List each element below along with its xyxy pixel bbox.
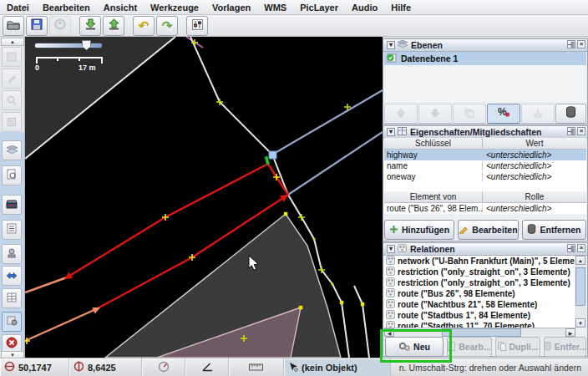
- tag-row[interactable]: oneway <unterschiedlich>: [384, 171, 586, 182]
- panel-menu-button[interactable]: ▾: [387, 128, 395, 136]
- toggle-selection-list-button[interactable]: [2, 220, 22, 240]
- menu-hilfe[interactable]: Hilfe: [384, 2, 418, 13]
- layer-opacity-button[interactable]: %: [487, 104, 520, 124]
- layer-row[interactable]: Datenebene 1: [384, 52, 586, 65]
- relation-icon: [386, 277, 395, 288]
- menu-werkzeuge[interactable]: Werkzeuge: [144, 2, 205, 13]
- upload-data-button[interactable]: [103, 16, 124, 36]
- map-canvas[interactable]: 0 17 m: [25, 37, 383, 358]
- relation-icon: [386, 288, 395, 299]
- relations-vertical-scrollbar[interactable]: ▲ ▼: [575, 256, 586, 328]
- relations-panel-title: Relationen: [410, 244, 455, 254]
- drawer-icon: [6, 197, 18, 212]
- relations-list: network ("U-Bahn Frankfurt (Main)", 5 El…: [384, 256, 576, 328]
- undo-button[interactable]: ↶: [133, 16, 155, 36]
- arrow-down-icon: [430, 106, 440, 121]
- new-relation-button[interactable]: Neu: [385, 337, 444, 357]
- layers-panel: ▾ Ebenen × Datenebene 1 %: [383, 38, 588, 124]
- toggle-properties-dialog-button[interactable]: [2, 288, 22, 308]
- layer-down-button: [418, 104, 452, 124]
- horizontal-scroll-thumb[interactable]: [442, 328, 521, 337]
- relation-list-item[interactable]: route ("Stadtbus 11", 70 Elemente): [384, 321, 575, 328]
- layer-delete-button[interactable]: [555, 104, 586, 124]
- toolbar-collapse-handle[interactable]: ▲: [1, 38, 24, 46]
- stamp-icon: [7, 246, 17, 262]
- add-tag-button[interactable]: Hinzufügen: [384, 220, 454, 240]
- scroll-up-arrow[interactable]: ▲: [575, 256, 585, 265]
- preferences-button[interactable]: [186, 16, 208, 36]
- copy-icon: [498, 342, 506, 353]
- tag-row[interactable]: name <unterschiedlich>: [384, 160, 586, 171]
- relation-list-item[interactable]: restriction ("only_straight_on", 3 Eleme…: [384, 277, 575, 288]
- open-file-button[interactable]: [3, 16, 24, 36]
- undo-arrow-icon: ↶: [139, 19, 150, 32]
- relation-list-item[interactable]: route ("Bus 26", 98 Elemente): [384, 288, 575, 299]
- tags-value-header[interactable]: Wert: [483, 138, 586, 149]
- duplicate-icon: [464, 106, 474, 121]
- menu-vorlagen[interactable]: Vorlagen: [205, 2, 257, 13]
- menu-datei[interactable]: Datei: [0, 2, 36, 13]
- panel-menu-button[interactable]: ▾: [387, 41, 395, 49]
- download-data-button[interactable]: [79, 16, 101, 36]
- relation-list-item[interactable]: network ("U-Bahn Frankfurt (Main)", 5 El…: [384, 256, 575, 267]
- arrow-up-icon: [396, 106, 406, 121]
- scroll-right-arrow[interactable]: ▶: [565, 328, 575, 337]
- pin-icon[interactable]: [567, 127, 575, 135]
- toggle-relations-dialog-button[interactable]: [2, 312, 22, 332]
- document-search-icon: [7, 168, 17, 183]
- toggle-search-dialog-button[interactable]: [2, 165, 22, 185]
- layer-check-icon[interactable]: [387, 53, 398, 64]
- save-button[interactable]: [26, 16, 48, 36]
- trash-icon: [544, 342, 551, 353]
- pin-icon[interactable]: [567, 40, 575, 48]
- upload-osm-button: [49, 16, 71, 36]
- layers-icon: [7, 143, 18, 158]
- relation-icon: [386, 299, 395, 310]
- menu-piclayer[interactable]: PicLayer: [293, 2, 345, 13]
- trash-icon: [527, 224, 536, 236]
- close-icon[interactable]: ×: [577, 40, 585, 48]
- relation-list-item[interactable]: route ("Nachtbus 21", 58 Elemente): [384, 299, 575, 310]
- opacity-percent-icon: %: [497, 106, 510, 121]
- membership-row[interactable]: route ("Bus 26", 98 Elem... <unterschied…: [384, 203, 586, 214]
- toggle-validator-button[interactable]: [2, 244, 22, 264]
- menu-bearbeiten[interactable]: Bearbeiten: [36, 2, 97, 13]
- tag-row[interactable]: highway <unterschiedlich>: [384, 150, 586, 160]
- menu-ansicht[interactable]: Ansicht: [97, 2, 144, 13]
- redo-arrow-icon: ↷: [162, 19, 173, 32]
- toggle-conflicts-button[interactable]: [2, 266, 22, 286]
- layer-name: Datenebene 1: [401, 53, 458, 64]
- longitude-display: 8,6425: [69, 358, 142, 376]
- relation-list-item[interactable]: restriction ("only_straight_on", 3 Eleme…: [384, 267, 575, 277]
- download-arrow-icon: [84, 18, 97, 33]
- edit-tag-button[interactable]: Bearbeiten: [458, 220, 519, 240]
- membership-table: Element von Rolle route ("Bus 26", 98 El…: [384, 191, 586, 214]
- pin-icon[interactable]: [567, 244, 575, 252]
- scroll-left-arrow[interactable]: ◀: [384, 328, 394, 337]
- toggle-layers-dialog-button[interactable]: [2, 140, 22, 160]
- redo-button[interactable]: ↷: [156, 16, 178, 36]
- heading-display: [142, 358, 185, 376]
- floppy-icon: [31, 18, 43, 33]
- properties-panel: ▾ Eigenschaften/Mitgliedschaften × Schlü…: [383, 125, 588, 241]
- tags-key-header[interactable]: Schlüssel: [384, 138, 483, 149]
- pencil-icon: [459, 224, 469, 236]
- menu-audio[interactable]: Audio: [345, 2, 384, 13]
- delete-tag-button[interactable]: Entfernen: [522, 220, 586, 240]
- menu-wms[interactable]: WMS: [257, 2, 293, 13]
- selected-node[interactable]: [269, 151, 276, 159]
- distance-display: [229, 358, 284, 376]
- layers-panel-titlebar: ▾ Ebenen ×: [383, 39, 587, 52]
- close-icon[interactable]: ×: [577, 244, 585, 252]
- panel-menu-button[interactable]: ▾: [387, 245, 395, 253]
- close-icon[interactable]: ×: [577, 127, 585, 135]
- membership-role-header[interactable]: Rolle: [483, 191, 586, 202]
- scroll-down-arrow[interactable]: ▼: [575, 318, 585, 328]
- longitude-icon: [74, 361, 84, 373]
- right-dock: ▾ Ebenen × Datenebene 1 %: [383, 37, 588, 358]
- vertical-scroll-thumb[interactable]: [575, 267, 585, 306]
- membership-element-header[interactable]: Element von: [384, 191, 483, 202]
- zoom-slider[interactable]: [35, 43, 102, 48]
- relation-list-item[interactable]: route ("Stadtbus 1", 84 Elemente): [384, 310, 575, 321]
- toggle-command-stack-button[interactable]: [2, 195, 22, 215]
